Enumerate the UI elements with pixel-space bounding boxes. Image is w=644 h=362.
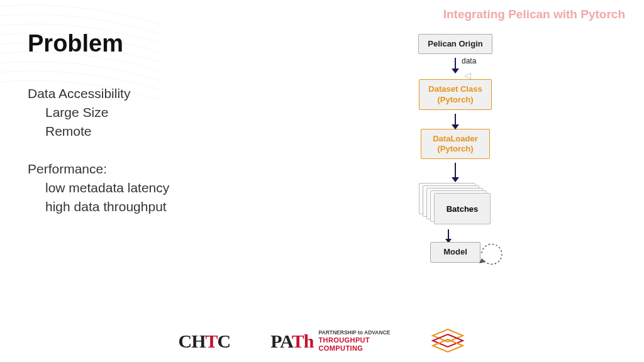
arrow-icon bbox=[448, 229, 449, 239]
node-batches-stack: Batches bbox=[418, 182, 493, 227]
bullet: Remote bbox=[28, 124, 292, 139]
loop-icon bbox=[478, 239, 506, 267]
logo-layers-icon bbox=[430, 328, 465, 354]
node-dataloader: DataLoader (Pytorch) bbox=[421, 129, 490, 160]
logo-text: C bbox=[218, 331, 231, 351]
node-text: (Pytorch) bbox=[437, 144, 473, 153]
slide-title: Problem bbox=[28, 30, 292, 57]
node-text: (Pytorch) bbox=[437, 95, 473, 104]
node-pelican-origin: Pelican Origin bbox=[418, 34, 492, 54]
logo-text: PA bbox=[270, 331, 292, 351]
node-model: Model bbox=[430, 242, 480, 262]
flow-diagram: Pelican Origin data ▷ Dataset Class (Pyt… bbox=[292, 30, 619, 263]
node-text: DataLoader bbox=[433, 134, 478, 143]
content-left: Problem Data Accessibility Large Size Re… bbox=[28, 30, 292, 263]
arrow-label-data: data bbox=[462, 57, 476, 65]
section-head-1: Data Accessibility bbox=[28, 86, 292, 101]
logo-chtc: CHTC bbox=[179, 331, 231, 352]
logo-tagline: COMPUTING bbox=[318, 344, 390, 353]
logo-text: T bbox=[206, 331, 218, 351]
slide-header-label: Integrating Pelican with Pytorch bbox=[443, 8, 625, 21]
arrow-icon bbox=[455, 58, 456, 69]
footer-logos: CHTC PATh PARTNERSHIP to ADVANCE THROUGH… bbox=[0, 328, 644, 354]
bullet: high data throughput bbox=[28, 199, 292, 214]
section-head-2: Performance: bbox=[28, 162, 292, 177]
node-dataset-class: Dataset Class (Pytorch) bbox=[419, 79, 491, 110]
logo-path: PATh PARTNERSHIP to ADVANCE THROUGHPUT C… bbox=[270, 330, 390, 352]
logo-text: CH bbox=[179, 331, 206, 351]
cursor-icon: ▷ bbox=[464, 70, 471, 80]
arrow-icon bbox=[455, 163, 456, 178]
node-text: Dataset Class bbox=[428, 84, 482, 94]
svg-marker-2 bbox=[433, 334, 463, 347]
arrow-icon bbox=[455, 114, 456, 125]
logo-tagline: PARTNERSHIP to ADVANCE bbox=[318, 330, 390, 336]
logo-tagline: THROUGHPUT bbox=[318, 336, 390, 344]
bullet: Large Size bbox=[28, 105, 292, 120]
node-batches: Batches bbox=[434, 193, 491, 224]
logo-text: Th bbox=[292, 331, 314, 351]
bullet: low metadata latency bbox=[28, 180, 292, 195]
